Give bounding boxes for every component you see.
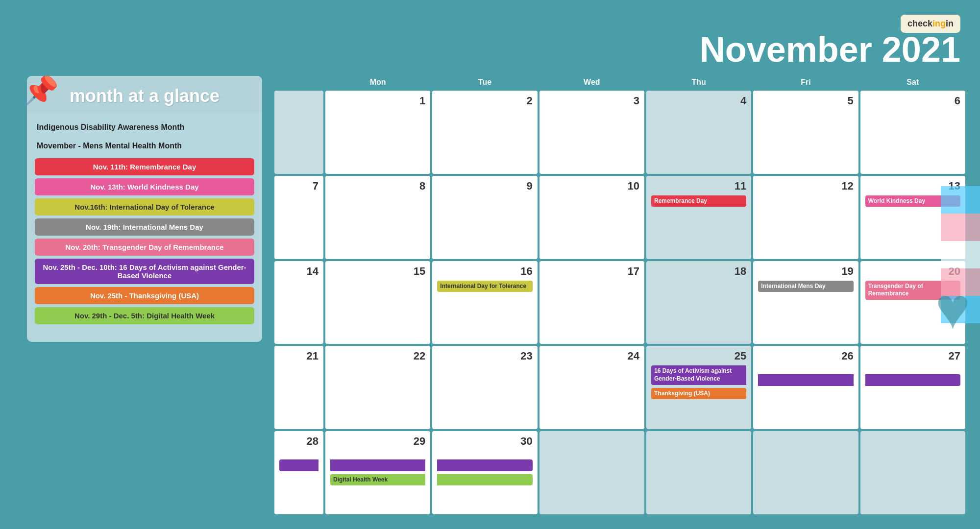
- cal-cell-18: 18: [646, 261, 751, 344]
- cal-cell-8: 8: [325, 176, 430, 259]
- month-awareness-1: Indigenous Disability Awareness Month: [35, 118, 254, 137]
- pin-icon: 📌: [27, 76, 59, 108]
- cal-cell-19: 19 International Mens Day: [753, 261, 858, 344]
- cal-cell-29: 29 Digital Health Week: [325, 431, 430, 514]
- glance-title: month at a glance: [37, 86, 252, 106]
- cal-cell-2: 2: [432, 91, 537, 174]
- cal-cell-6: 6: [860, 91, 965, 174]
- event-thanksgiving: Thanksgiving (USA): [651, 388, 746, 400]
- event-tag-5: Nov. 25th - Dec. 10th: 16 Days of Activi…: [35, 259, 254, 284]
- event-tag-6: Nov. 25th - Thanksgiving (USA): [35, 287, 254, 304]
- heart-decoration: ♥: [935, 274, 970, 342]
- day-label-sat: Sat: [860, 76, 965, 89]
- event-16-days-29: [330, 459, 425, 471]
- cal-cell-3: 3: [539, 91, 644, 174]
- event-tag-2: Nov.16th: International Day of Tolerance: [35, 198, 254, 216]
- cal-cell-9: 9: [432, 176, 537, 259]
- cal-cell-7: 7: [274, 176, 323, 259]
- page-title: November 2021: [700, 29, 960, 70]
- event-tag-3: Nov. 19th: International Mens Day: [35, 218, 254, 236]
- cal-cell-12: 12: [753, 176, 858, 259]
- glance-header: 📌 month at a glance: [27, 76, 262, 113]
- cal-cell-16: 16 International Day for Tolerance: [432, 261, 537, 344]
- calendar-grid: 1 2 3 4 5 6 7 8 9 10 11 Remembrance Day …: [274, 91, 965, 514]
- event-16-days-30: [437, 459, 532, 471]
- event-tag-4: Nov. 20th: Transgender Day of Remembranc…: [35, 239, 254, 256]
- cal-cell-empty-dec4: [860, 431, 965, 514]
- event-intl-mens-day: International Mens Day: [758, 281, 853, 292]
- event-tag-0: Nov. 11th: Remembrance Day: [35, 158, 254, 175]
- cal-cell-11: 11 Remembrance Day: [646, 176, 751, 259]
- day-label-thu: Thu: [646, 76, 751, 89]
- cal-cell-4: 4: [646, 91, 751, 174]
- cal-cell-empty-dec2: [646, 431, 751, 514]
- day-label-wed: Wed: [539, 76, 644, 89]
- event-16-days-26: [758, 374, 853, 386]
- cal-cell-empty-dec3: [753, 431, 858, 514]
- glance-panel: 📌 month at a glance Indigenous Disabilit…: [27, 76, 262, 342]
- event-16-days-start: 16 Days of Activism against Gender-Based…: [651, 365, 746, 385]
- glance-body: Indigenous Disability Awareness Month Mo…: [27, 113, 262, 332]
- day-label-mon: Mon: [325, 76, 430, 89]
- cal-cell-30: 30: [432, 431, 537, 514]
- event-tolerance-day: International Day for Tolerance: [437, 281, 532, 292]
- event-remembrance-day: Remembrance Day: [651, 195, 746, 207]
- cal-cell-22: 22: [325, 346, 430, 429]
- event-16-days-27: [865, 374, 960, 386]
- day-label-fri: Fri: [753, 76, 858, 89]
- cal-cell-14: 14: [274, 261, 323, 344]
- cal-cell-23: 23: [432, 346, 537, 429]
- day-label-tue: Tue: [432, 76, 537, 89]
- event-digital-health-week: Digital Health Week: [330, 474, 425, 486]
- event-tag-1: Nov. 13th: World Kindness Day: [35, 178, 254, 195]
- cal-cell-1: 1: [325, 91, 430, 174]
- cal-cell-24: 24: [539, 346, 644, 429]
- event-tag-7: Nov. 29th - Dec. 5th: Digital Health Wee…: [35, 307, 254, 324]
- month-awareness-2: Movember - Mens Mental Health Month: [35, 137, 254, 155]
- logo-accent: ing: [932, 19, 946, 28]
- calendar: Mon Tue Wed Thu Fri Sat 1 2 3 4 5 6 7 8 …: [274, 76, 965, 514]
- trans-stripe-blue-1: [941, 186, 980, 214]
- cal-cell-27: 27: [860, 346, 965, 429]
- cal-cell-10: 10: [539, 176, 644, 259]
- cal-cell-21: 21: [274, 346, 323, 429]
- cal-cell-26: 26: [753, 346, 858, 429]
- cal-cell-28: 28: [274, 431, 323, 514]
- cal-cell-empty-1: [274, 91, 323, 174]
- cal-cell-empty-dec1: [539, 431, 644, 514]
- calendar-day-headers: Mon Tue Wed Thu Fri Sat: [274, 76, 965, 89]
- event-16-days-28: [279, 459, 318, 471]
- trans-stripe-pink-1: [941, 214, 980, 241]
- day-label-empty: [274, 76, 323, 89]
- cal-cell-5: 5: [753, 91, 858, 174]
- cal-cell-17: 17: [539, 261, 644, 344]
- cal-cell-15: 15: [325, 261, 430, 344]
- trans-stripe-white: [941, 241, 980, 268]
- cal-cell-25: 25 16 Days of Activism against Gender-Ba…: [646, 346, 751, 429]
- event-digital-health-30: [437, 474, 532, 486]
